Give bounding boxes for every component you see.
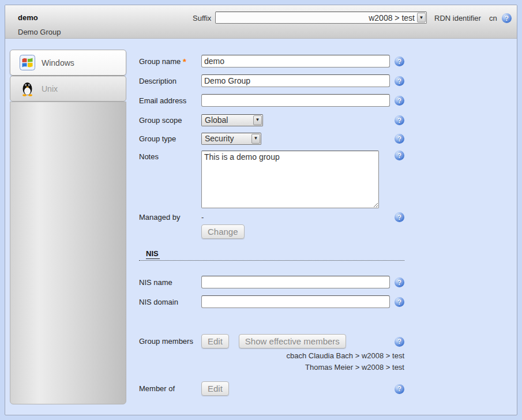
nis-domain-help-icon[interactable]: ? xyxy=(395,297,404,307)
sidebar-panel xyxy=(10,102,126,404)
managed-by-help-icon[interactable]: ? xyxy=(395,212,404,222)
notes-label: Notes xyxy=(139,151,201,161)
group-members-list: cbach Claudia Bach > w2008 > test Thomas… xyxy=(139,350,404,373)
member-of-label: Member of xyxy=(139,384,201,393)
description-label: Description xyxy=(139,77,201,85)
nis-section-title: NIS xyxy=(146,249,160,259)
windows-logo-icon xyxy=(20,55,35,70)
description-row: Description ? xyxy=(139,74,404,87)
group-type-row: Group type Security ▼ ? xyxy=(139,132,404,145)
tab-unix[interactable]: Unix xyxy=(10,76,126,102)
rdn-identifier-value: cn xyxy=(489,14,497,22)
nis-domain-row: NIS domain ? xyxy=(139,295,404,308)
dropdown-arrow-icon[interactable]: ▼ xyxy=(251,134,260,144)
nis-domain-label: NIS domain xyxy=(139,298,201,306)
change-button[interactable]: Change xyxy=(201,224,245,239)
tab-windows[interactable]: Windows xyxy=(10,50,126,76)
description-help-icon[interactable]: ? xyxy=(395,76,404,86)
group-type-label: Group type xyxy=(139,134,201,143)
group-members-row: Group members Edit Show effective member… xyxy=(139,334,404,348)
member-of-help-icon[interactable]: ? xyxy=(395,384,404,394)
dropdown-arrow-icon[interactable]: ▼ xyxy=(253,115,262,125)
form-area: Group name * ? Description ? Email addre… xyxy=(139,39,404,403)
group-type-help-icon[interactable]: ? xyxy=(395,134,404,144)
dropdown-arrow-icon[interactable]: ▼ xyxy=(417,13,426,22)
nis-section-header: NIS xyxy=(139,246,404,261)
managed-by-row: Managed by - ? xyxy=(139,211,404,223)
suffix-selected-value: w2008 > test xyxy=(216,13,417,22)
email-row: Email address ? xyxy=(139,94,404,107)
description-input[interactable] xyxy=(201,74,390,87)
group-type-select[interactable]: Security ▼ xyxy=(201,133,261,145)
group-members-help-icon[interactable]: ? xyxy=(395,337,404,347)
group-name-label: Group name * xyxy=(139,57,201,66)
managed-by-change-row: Change xyxy=(139,224,404,239)
nis-name-row: NIS name ? xyxy=(139,276,404,288)
group-member-item: cbach Claudia Bach > w2008 > test xyxy=(139,350,404,362)
rdn-help-icon[interactable]: ? xyxy=(502,13,512,23)
group-name-row: Group name * ? xyxy=(139,55,404,68)
email-label: Email address xyxy=(139,96,201,105)
group-scope-label: Group scope xyxy=(139,116,201,125)
required-asterisk: * xyxy=(183,57,186,66)
notes-textarea[interactable]: This is a demo group xyxy=(201,151,379,208)
nis-name-label: NIS name xyxy=(139,278,201,287)
suffix-label: Suffix xyxy=(193,14,211,22)
nis-domain-input[interactable] xyxy=(201,295,390,308)
header-bar: demo Demo Group Suffix w2008 > test ▼ RD… xyxy=(5,5,517,39)
group-name-input[interactable] xyxy=(201,55,390,68)
group-name-help-icon[interactable]: ? xyxy=(395,57,404,66)
main-window: demo Demo Group Suffix w2008 > test ▼ RD… xyxy=(5,5,517,415)
rdn-identifier-label: RDN identifier xyxy=(434,14,481,22)
nis-name-help-icon[interactable]: ? xyxy=(395,278,404,287)
notes-help-icon[interactable]: ? xyxy=(395,151,404,160)
group-scope-help-icon[interactable]: ? xyxy=(395,115,404,125)
group-member-item: Thomas Meier > w2008 > test xyxy=(139,362,404,373)
group-scope-selected-value: Global xyxy=(202,115,253,125)
managed-by-label: Managed by xyxy=(139,213,201,222)
notes-row: Notes This is a demo group ? xyxy=(139,151,404,208)
page-subtitle: Demo Group xyxy=(18,28,61,36)
tux-penguin-icon xyxy=(20,81,35,96)
email-help-icon[interactable]: ? xyxy=(395,96,404,106)
member-of-row: Member of Edit ? xyxy=(139,381,404,396)
tab-unix-label: Unix xyxy=(42,84,58,93)
group-type-selected-value: Security xyxy=(202,134,251,143)
nis-name-input[interactable] xyxy=(201,276,390,288)
group-scope-select[interactable]: Global ▼ xyxy=(201,114,263,126)
email-input[interactable] xyxy=(201,94,390,107)
managed-by-value: - xyxy=(201,213,204,222)
group-scope-row: Group scope Global ▼ ? xyxy=(139,114,404,126)
member-of-edit-button[interactable]: Edit xyxy=(201,381,229,396)
group-members-edit-button[interactable]: Edit xyxy=(201,334,229,348)
suffix-select[interactable]: w2008 > test ▼ xyxy=(215,12,427,24)
page-title: demo xyxy=(18,13,38,22)
tab-windows-label: Windows xyxy=(42,58,74,68)
show-effective-members-button[interactable]: Show effective members xyxy=(239,334,346,348)
group-members-label: Group members xyxy=(139,337,201,346)
